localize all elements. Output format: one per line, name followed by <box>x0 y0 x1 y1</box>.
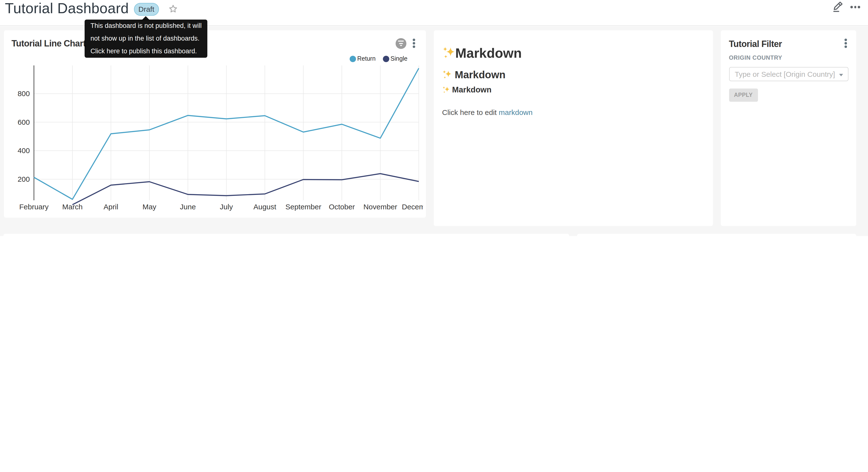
svg-text:August: August <box>253 203 276 211</box>
svg-text:February: February <box>19 203 49 211</box>
svg-text:April: April <box>103 203 118 211</box>
svg-text:400: 400 <box>18 147 30 154</box>
svg-text:September: September <box>285 203 321 211</box>
svg-text:October: October <box>329 203 355 211</box>
svg-text:600: 600 <box>18 118 30 126</box>
svg-text:June: June <box>180 203 196 211</box>
svg-text:800: 800 <box>18 89 30 97</box>
svg-text:December: December <box>402 203 423 211</box>
svg-text:July: July <box>220 203 232 211</box>
svg-text:November: November <box>363 203 397 211</box>
svg-text:May: May <box>142 203 156 211</box>
svg-text:March: March <box>62 203 83 211</box>
svg-text:200: 200 <box>18 175 30 183</box>
